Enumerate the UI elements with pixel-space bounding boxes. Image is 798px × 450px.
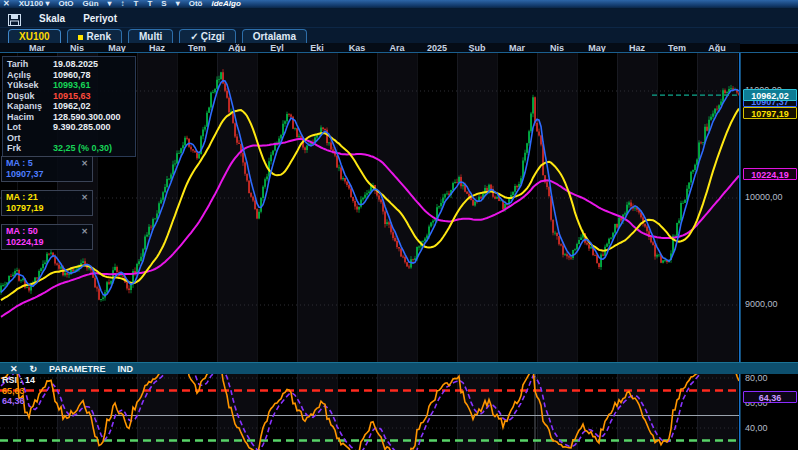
data-window-row: Kapanış10962,02 [7, 101, 131, 112]
close-icon[interactable]: ✕ [3, 0, 10, 9]
scale-mode-button[interactable]: OtÖ [58, 0, 73, 9]
data-label: Lot [7, 122, 53, 133]
tab-multi[interactable]: Multi [128, 29, 173, 44]
tab-renk[interactable]: Renk [67, 29, 122, 44]
ma50-price-box: 10224,19 [743, 168, 797, 180]
check-icon: ✓ [190, 31, 198, 42]
rsi-value: 65,63 [2, 386, 35, 397]
color-swatch-icon [78, 35, 83, 40]
rsi-tick-label: 80,00 [745, 373, 768, 383]
data-window-row: Yüksek10993,61 [7, 80, 131, 91]
chevron-down-icon[interactable]: ▾ [176, 0, 180, 9]
symbol-combobox[interactable]: XU100 ▾ [19, 0, 50, 9]
close-icon[interactable]: ✕ [10, 363, 18, 375]
app-logo: ideAlgo [211, 0, 240, 9]
gridline-label: 10000,00 [745, 192, 783, 202]
ma-label: MA : 5 [6, 158, 33, 169]
price-axis: 11000,0010000,009000,0010962,0210907,371… [740, 53, 798, 362]
chevron-down-icon[interactable]: ▾ [108, 0, 112, 9]
rsi-chart[interactable] [0, 374, 740, 450]
data-window-row: Hacim128.590.300.000 [7, 112, 131, 123]
ma-value: 10797,19 [6, 203, 88, 214]
ma-box-title-row: MA : 5✕ [6, 158, 88, 169]
data-window-row: Frk32,25 (% 0,30) [7, 143, 131, 154]
data-value: 10960,78 [53, 70, 91, 81]
arrows-icon[interactable]: ↕ [121, 0, 125, 9]
parametre-button[interactable]: PARAMETRE [49, 363, 105, 375]
data-value: 9.390.285.000 [53, 122, 111, 133]
rsi-axis: 80,0060,0064,3640,00 [740, 374, 798, 450]
ma21-price-box: 10797,19 [743, 107, 797, 119]
data-window-row: Ort [7, 133, 131, 144]
ma-box-title-row: MA : 21✕ [6, 192, 88, 203]
close-price-box: 10962,02 [743, 89, 797, 101]
data-label: Düşük [7, 91, 53, 102]
rsi-legend: RSI : 14 65,63 64,36 [2, 375, 35, 407]
gridline-label: 9000,00 [745, 299, 778, 309]
data-value: 19.08.2025 [53, 59, 98, 70]
ma-value: 10907,37 [6, 169, 88, 180]
data-label: Açılış [7, 70, 53, 81]
data-value: 10962,02 [53, 101, 91, 112]
auto-button[interactable]: Otö [189, 0, 203, 9]
rsi-tick-label: 40,00 [745, 423, 768, 433]
skala-button[interactable]: Skala [39, 13, 65, 24]
ma-box-title-row: MA : 50✕ [6, 226, 88, 237]
tabs-row: XU100 Renk Multi ✓Çizgi Ortalama [0, 28, 798, 44]
tab-ortalama[interactable]: Ortalama [242, 29, 307, 44]
data-value: 128.590.300.000 [53, 112, 121, 123]
ma-indicator-box: MA : 5✕10907,37 [1, 156, 93, 182]
ma-label: MA : 21 [6, 192, 38, 203]
rsi-value-box: 64,36 [743, 391, 797, 403]
main-toolbar: Skala Periyot [0, 9, 798, 28]
month-axis: MarNisMayHazTemAğuEylEkiKasAra2025ŞubMar… [0, 43, 740, 52]
data-window-row: Lot9.390.285.000 [7, 122, 131, 133]
data-window-row: Açılış10960,78 [7, 70, 131, 81]
data-label: Kapanış [7, 101, 53, 112]
data-label: Hacim [7, 112, 53, 123]
data-label: Frk [7, 143, 53, 154]
refresh-icon[interactable]: ↻ [30, 363, 38, 375]
rsi-signal-value: 64,36 [2, 396, 35, 407]
data-value: 10993,61 [53, 80, 91, 91]
data-window-row: Tarih19.08.2025 [7, 59, 131, 70]
tool-t1-button[interactable]: T [134, 0, 139, 9]
periyot-button[interactable]: Periyot [83, 13, 117, 24]
data-label: Tarih [7, 59, 53, 70]
rsi-name-label: RSI : 14 [2, 375, 35, 386]
tool-t2-button[interactable]: T [147, 0, 152, 9]
data-window-row: Düşük10915,63 [7, 91, 131, 102]
tool-s-button[interactable]: S [161, 0, 166, 9]
data-value: 10915,63 [53, 91, 91, 102]
data-value: 32,25 (% 0,30) [53, 143, 112, 154]
tab-symbol[interactable]: XU100 [8, 29, 61, 44]
chart-window: ✕XU100 ▾OtÖGün▾↕TTS▾OtöideAlgo Skala Per… [0, 0, 798, 450]
rsi-panel-header: ✕ ↻ PARAMETRE IND [0, 362, 798, 374]
close-icon[interactable]: ✕ [81, 226, 88, 237]
close-icon[interactable]: ✕ [81, 158, 88, 169]
period-button[interactable]: Gün [83, 0, 99, 9]
ma-value: 10224,19 [6, 237, 88, 248]
data-window: Tarih19.08.2025Açılış10960,78Yüksek10993… [2, 56, 136, 157]
ma-indicator-box: MA : 50✕10224,19 [1, 224, 93, 250]
ind-button[interactable]: IND [117, 363, 133, 375]
close-icon[interactable]: ✕ [81, 192, 88, 203]
tab-cizgi[interactable]: ✓Çizgi [179, 29, 235, 44]
rsi-plot[interactable] [0, 374, 740, 450]
ma-label: MA : 50 [6, 226, 38, 237]
data-label: Yüksek [7, 80, 53, 91]
save-icon[interactable] [8, 12, 21, 24]
ma-indicator-box: MA : 21✕10797,19 [1, 190, 93, 216]
top-toolbar: ✕XU100 ▾OtÖGün▾↕TTS▾OtöideAlgo [0, 0, 798, 9]
data-label: Ort [7, 133, 53, 144]
